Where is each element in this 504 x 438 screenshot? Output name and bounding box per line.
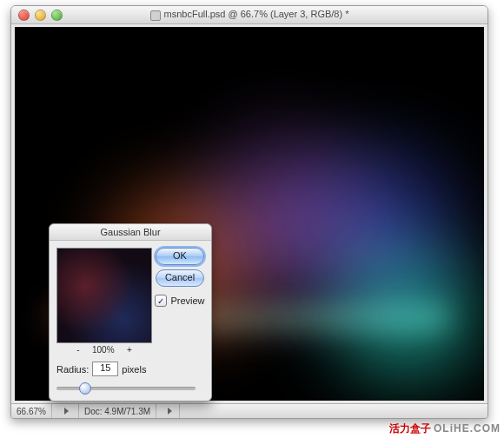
watermark: 活力盒子 OLiHE.COM [389, 421, 501, 436]
close-window-button[interactable] [18, 10, 30, 21]
status-menu-button[interactable] [52, 404, 79, 418]
cancel-button[interactable]: Cancel [156, 269, 204, 287]
dialog-title[interactable]: Gaussian Blur [50, 224, 211, 241]
proxy-icon [150, 10, 161, 21]
preview-checkbox[interactable]: ✓ [155, 295, 167, 307]
radius-input[interactable]: 15 [92, 362, 118, 376]
preview-checkbox-row[interactable]: ✓ Preview [155, 295, 204, 307]
zoom-out-button[interactable]: - [76, 345, 79, 355]
zoom-window-button[interactable] [51, 10, 63, 21]
titlebar[interactable]: msnbcFull.psd @ 66.7% (Layer 3, RGB/8) * [11, 6, 487, 24]
zoom-in-button[interactable]: + [127, 345, 132, 355]
ok-button[interactable]: OK [156, 248, 204, 265]
document-title: msnbcFull.psd @ 66.7% (Layer 3, RGB/8) * [11, 9, 487, 20]
status-popup-button[interactable] [156, 404, 180, 418]
triangle-right-icon [64, 408, 69, 415]
minimize-window-button[interactable] [35, 10, 46, 21]
radius-slider[interactable] [56, 382, 196, 394]
radius-units: pixels [122, 364, 146, 375]
preview-thumbnail[interactable] [56, 248, 152, 343]
status-bar: 66.67% Doc: 4.9M/71.3M [11, 403, 487, 418]
zoom-level[interactable]: 66.67% [11, 404, 52, 418]
radius-label: Radius: [56, 364, 89, 375]
slider-track [56, 387, 196, 390]
triangle-right-icon [168, 408, 172, 415]
gaussian-blur-dialog: Gaussian Blur - 100% + OK Cancel ✓ Previ… [49, 223, 212, 402]
doc-size-info[interactable]: Doc: 4.9M/71.3M [79, 404, 156, 418]
preview-label: Preview [170, 295, 204, 306]
zoom-percent: 100% [92, 345, 115, 355]
slider-thumb[interactable] [79, 382, 91, 395]
